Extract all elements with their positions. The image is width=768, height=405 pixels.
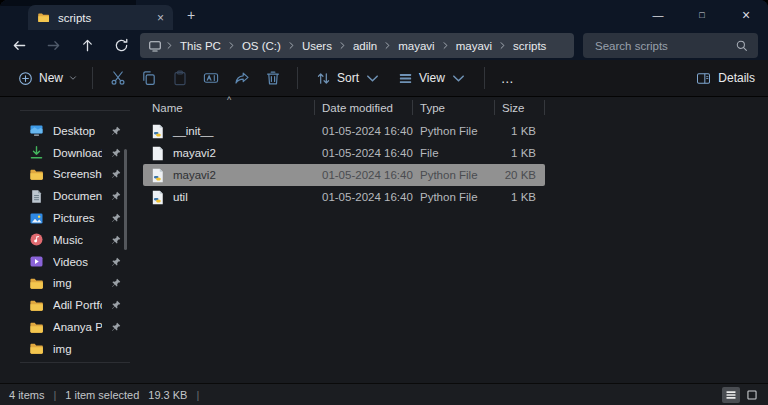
file-name-cell: __init__: [143, 124, 315, 139]
breadcrumb-item[interactable]: Users: [297, 40, 337, 52]
back-button[interactable]: [6, 32, 32, 58]
breadcrumb-item[interactable]: mayavi: [393, 40, 439, 52]
column-header-date-modified[interactable]: Date modified: [315, 100, 413, 115]
pin-icon[interactable]: [111, 126, 121, 136]
sidebar-item-downloads[interactable]: Downloads: [0, 142, 140, 164]
cut-button[interactable]: [102, 63, 133, 93]
file-row[interactable]: mayavi201-05-2024 16:40File1 KB: [143, 142, 545, 164]
sidebar-item-screenshots[interactable]: Screenshots: [0, 164, 140, 186]
file-name: __init__: [173, 125, 213, 137]
sidebar-scrollbar[interactable]: [124, 149, 127, 250]
copy-icon: [141, 70, 157, 86]
pin-icon[interactable]: [111, 169, 121, 179]
pin-icon[interactable]: [111, 257, 121, 267]
sidebar-divider: [20, 362, 130, 363]
share-icon: [234, 70, 250, 86]
refresh-button[interactable]: [108, 32, 134, 58]
sort-ascending-indicator: ^: [227, 95, 231, 105]
sidebar-item-adil-portfolio[interactable]: Adil Portfolio: [0, 294, 140, 316]
address-row: This PCOS (C:)Usersadilnmayavimayaviscri…: [0, 30, 768, 60]
sort-icon: [316, 71, 331, 86]
circle-plus-icon: [18, 71, 33, 86]
pin-icon[interactable]: [111, 213, 121, 223]
breadcrumb-item[interactable]: adiln: [348, 40, 382, 52]
maximize-button[interactable]: □: [680, 0, 724, 30]
details-panel-icon: [696, 71, 711, 86]
file-row[interactable]: mayavi201-05-2024 16:40Python File20 KB: [143, 164, 545, 186]
sidebar-item-img[interactable]: img: [0, 338, 140, 360]
pin-icon[interactable]: [111, 300, 121, 310]
new-tab-button[interactable]: +: [181, 4, 201, 26]
details-view-toggle[interactable]: [722, 387, 740, 403]
sidebar-item-desktop[interactable]: Desktop: [0, 120, 140, 142]
breadcrumb[interactable]: This PCOS (C:)Usersadilnmayavimayaviscri…: [140, 33, 574, 58]
column-header-type[interactable]: Type: [413, 100, 495, 115]
search-icon: [735, 39, 748, 52]
sidebar-divider: [20, 110, 130, 111]
window-controls: — □ ×: [636, 0, 768, 30]
sidebar-item-pictures[interactable]: Pictures: [0, 207, 140, 229]
breadcrumb-item[interactable]: mayavi: [451, 40, 497, 52]
file-row[interactable]: __init__01-05-2024 16:40Python File1 KB: [143, 120, 545, 142]
python-file-icon: [150, 124, 165, 139]
file-size-cell: 1 KB: [495, 125, 545, 137]
tab-close-button[interactable]: ×: [157, 12, 164, 24]
file-size-cell: 1 KB: [495, 191, 545, 203]
details-pane-button[interactable]: Details: [696, 63, 755, 93]
chevron-right-icon: [287, 41, 296, 50]
view-label: View: [419, 71, 445, 85]
paste-button[interactable]: [164, 63, 195, 93]
see-more-button[interactable]: …: [494, 63, 522, 93]
column-header-size[interactable]: Size: [495, 100, 545, 115]
icons-view-toggle[interactable]: [743, 387, 761, 403]
sort-button[interactable]: Sort: [307, 63, 389, 93]
file-date-cell: 01-05-2024 16:40: [315, 125, 413, 137]
view-button[interactable]: View: [389, 63, 475, 93]
sidebar-item-videos[interactable]: Videos: [0, 251, 140, 273]
file-row[interactable]: util01-05-2024 16:40Python File1 KB: [143, 186, 545, 208]
icons-view-icon: [746, 389, 758, 401]
new-button[interactable]: New: [12, 63, 83, 93]
file-action-buttons: [102, 63, 288, 93]
sidebar-item-img[interactable]: img: [0, 273, 140, 295]
sidebar-item-label: Screenshots: [53, 168, 102, 180]
sidebar-item-label: Pictures: [53, 212, 95, 224]
selection-size: 19.3 KB: [148, 389, 187, 401]
sidebar-item-ananya-portfolio[interactable]: Ananya Portfolio: [0, 316, 140, 338]
file-icon: [150, 146, 165, 161]
file-type-cell: File: [413, 147, 495, 159]
breadcrumb-item[interactable]: OS (C:): [237, 40, 286, 52]
file-name-cell: mayavi2: [143, 146, 315, 161]
folder-icon: [29, 298, 44, 313]
copy-button[interactable]: [133, 63, 164, 93]
scissors-icon: [110, 70, 126, 86]
forward-button[interactable]: [40, 32, 66, 58]
pin-icon[interactable]: [111, 148, 121, 158]
close-button[interactable]: ×: [724, 0, 768, 30]
pin-icon[interactable]: [111, 322, 121, 332]
sidebar-item-music[interactable]: Music: [0, 229, 140, 251]
up-button[interactable]: [74, 32, 100, 58]
search-input[interactable]: [593, 39, 729, 53]
file-type-cell: Python File: [413, 125, 495, 137]
pin-icon[interactable]: [111, 235, 121, 245]
sidebar-item-documents[interactable]: Documents: [0, 185, 140, 207]
toolbar-separator: [297, 67, 298, 89]
minimize-button[interactable]: —: [636, 0, 680, 30]
breadcrumb-item[interactable]: scripts: [508, 40, 551, 52]
breadcrumb-item[interactable]: This PC: [175, 40, 226, 52]
share-button[interactable]: [226, 63, 257, 93]
chevron-right-icon: [441, 41, 450, 50]
search-box[interactable]: [583, 33, 758, 58]
folder-icon: [37, 11, 50, 24]
rename-button[interactable]: [195, 63, 226, 93]
chevron-down-icon: [451, 71, 466, 86]
sidebar-item-label: Desktop: [53, 125, 95, 137]
tab-scripts[interactable]: scripts ×: [28, 5, 173, 30]
pin-icon[interactable]: [111, 191, 121, 201]
new-label: New: [39, 71, 63, 85]
file-name: mayavi2: [173, 169, 216, 181]
pin-icon[interactable]: [111, 278, 121, 288]
delete-button[interactable]: [257, 63, 288, 93]
folder-icon: [29, 320, 44, 335]
